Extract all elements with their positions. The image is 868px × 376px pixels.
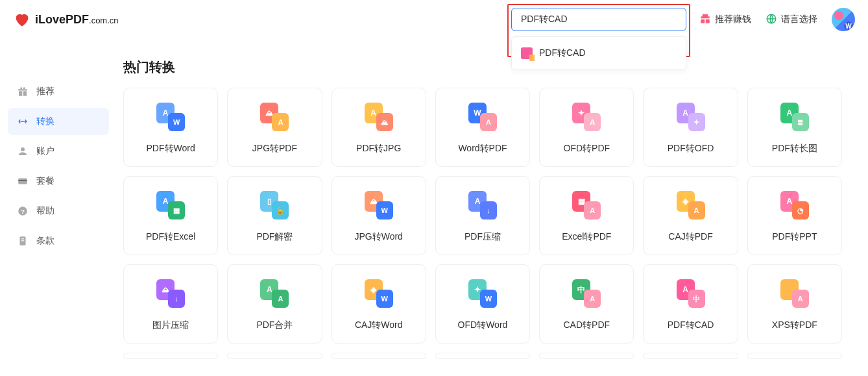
sidebar-item-help[interactable]: ?帮助: [8, 197, 109, 225]
conversion-card[interactable]: A中PDF转CAD: [643, 264, 738, 344]
card-label: Word转PDF: [458, 143, 507, 155]
card-label: PDF合并: [256, 320, 293, 331]
card-label: PDF转OFD: [668, 143, 714, 155]
conversion-card[interactable]: A✦PDF转OFD: [643, 88, 738, 167]
recommend-link[interactable]: 推荐赚钱: [699, 13, 751, 27]
card-icon: A≣: [780, 103, 809, 131]
card-label: 图片压缩: [152, 320, 189, 331]
avatar[interactable]: [832, 8, 855, 31]
card-label: PDF转长图: [772, 143, 817, 155]
conversion-card[interactable]: 中ACAD转PDF: [539, 264, 634, 344]
conversion-card-partial[interactable]: [123, 353, 218, 359]
conversion-card[interactable]: ▦AExcel转PDF: [539, 176, 634, 255]
conversion-card[interactable]: ▯🔓PDF解密: [227, 176, 322, 255]
conversion-card-partial[interactable]: [539, 353, 634, 359]
conversion-card[interactable]: ⛰↓图片压缩: [123, 264, 218, 344]
recommend-label: 推荐赚钱: [715, 14, 751, 25]
main-content: 热门转换 AWPDF转Word⛰AJPG转PDFA⛰PDF转JPGWAWord转…: [117, 39, 868, 372]
card-icon: ✦W: [468, 279, 497, 308]
sidebar-item-label: 推荐: [36, 86, 54, 97]
svg-point-3: [21, 147, 25, 151]
card-label: PDF解密: [256, 231, 293, 243]
conversion-card-partial[interactable]: [332, 353, 426, 359]
sidebar: 推荐转换账户套餐?帮助条款: [0, 39, 117, 372]
conversion-card[interactable]: WAWord转PDF: [435, 88, 530, 167]
card-label: OFD转PDF: [564, 143, 610, 155]
card-label: PDF压缩: [464, 231, 501, 243]
search-suggestions: PDF转CAD: [511, 36, 686, 70]
conversion-card[interactable]: ⛰WJPG转Word: [332, 176, 426, 255]
sidebar-item-label: 条款: [36, 235, 54, 247]
conversion-card[interactable]: ◈WCAJ转Word: [332, 264, 426, 344]
sidebar-item-user[interactable]: 账户: [8, 138, 109, 165]
conversion-card[interactable]: AWPDF转Word: [123, 88, 218, 167]
conversion-card[interactable]: AXPS转PDF: [747, 264, 842, 344]
conversion-card-partial[interactable]: [435, 353, 530, 359]
doc-icon: [17, 235, 29, 247]
language-label: 语言选择: [781, 14, 817, 25]
conversion-card[interactable]: ✦WOFD转Word: [435, 264, 530, 344]
gift-icon: [699, 13, 711, 27]
conversion-grid: AWPDF转Word⛰AJPG转PDFA⛰PDF转JPGWAWord转PDF✦A…: [123, 88, 842, 344]
card-icon: [17, 175, 29, 187]
conversion-card[interactable]: ◈ACAJ转PDF: [643, 176, 738, 255]
card-icon: A◔: [780, 191, 809, 219]
card-icon: ▦A: [572, 191, 601, 219]
card-label: CAD转PDF: [564, 320, 610, 331]
card-icon: AW: [156, 103, 185, 131]
conversion-card[interactable]: A↓PDF压缩: [435, 176, 530, 255]
card-icon: A▦: [156, 191, 185, 219]
card-label: OFD转Word: [458, 320, 508, 331]
card-label: Excel转PDF: [562, 231, 611, 243]
logo[interactable]: iLovePDF.com.cn: [13, 10, 119, 29]
conversion-card[interactable]: A⛰PDF转JPG: [332, 88, 426, 167]
search-input[interactable]: [511, 8, 686, 31]
card-icon: WA: [468, 103, 497, 131]
card-icon: AA: [260, 279, 289, 308]
card-icon: ◈W: [365, 279, 393, 308]
card-label: PDF转PPT: [772, 231, 817, 243]
search-suggestion-item[interactable]: PDF转CAD: [512, 42, 686, 64]
card-label: PDF转Word: [147, 143, 195, 155]
suggestion-icon: [521, 47, 533, 59]
card-icon: 中A: [572, 279, 601, 308]
search-area: PDF转CAD: [511, 8, 686, 31]
conversion-card-partial[interactable]: [747, 353, 842, 359]
conversion-card[interactable]: AAPDF合并: [227, 264, 322, 344]
sidebar-item-card[interactable]: 套餐: [8, 168, 109, 195]
card-label: PDF转JPG: [356, 143, 401, 155]
conversion-card[interactable]: A≣PDF转长图: [747, 88, 842, 167]
suggestion-text: PDF转CAD: [539, 47, 586, 59]
card-icon: ✦A: [572, 103, 601, 131]
sidebar-item-label: 账户: [36, 145, 54, 157]
card-icon: A✦: [677, 103, 705, 131]
card-label: JPG转PDF: [252, 143, 297, 155]
svg-text:?: ?: [21, 208, 25, 215]
card-icon: ⛰↓: [156, 279, 185, 308]
sidebar-item-label: 帮助: [36, 205, 54, 217]
conversion-card-partial[interactable]: [643, 353, 738, 359]
conversion-card[interactable]: A◔PDF转PPT: [747, 176, 842, 255]
sidebar-item-convert[interactable]: 转换: [8, 108, 109, 135]
card-icon: A↓: [468, 191, 497, 219]
conversion-card[interactable]: ⛰AJPG转PDF: [227, 88, 322, 167]
sidebar-item-label: 转换: [36, 116, 54, 127]
card-icon: ◈A: [677, 191, 705, 219]
svg-rect-5: [18, 181, 27, 182]
card-icon: ⛰A: [260, 103, 289, 131]
sidebar-item-gift[interactable]: 推荐: [8, 78, 109, 105]
user-icon: [17, 145, 29, 157]
sidebar-item-label: 套餐: [36, 175, 54, 187]
svg-rect-10: [21, 240, 25, 241]
conversion-card[interactable]: ✦AOFD转PDF: [539, 88, 634, 167]
header: iLovePDF.com.cn PDF转CAD 推荐赚钱 语言选择: [0, 0, 868, 39]
svg-point-1: [20, 87, 22, 89]
card-icon: A⛰: [365, 103, 393, 131]
convert-icon: [17, 116, 29, 127]
globe-icon: [766, 13, 777, 27]
logo-text: iLovePDF.com.cn: [35, 13, 119, 27]
conversion-card-partial[interactable]: [227, 353, 322, 359]
sidebar-item-doc[interactable]: 条款: [8, 227, 109, 255]
conversion-card[interactable]: A▦PDF转Excel: [123, 176, 218, 255]
language-link[interactable]: 语言选择: [766, 13, 817, 27]
